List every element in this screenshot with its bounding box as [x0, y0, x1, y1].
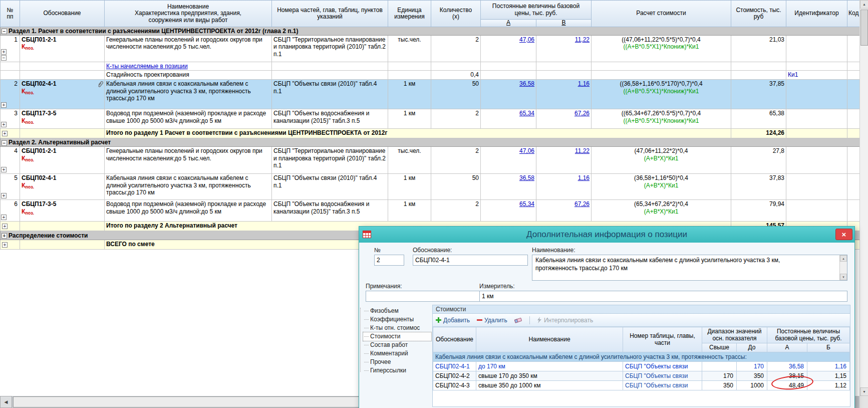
cell-qty[interactable]: 0,4	[431, 71, 481, 80]
cell-qty[interactable]: 2	[431, 36, 481, 62]
cell-over[interactable]: 170	[702, 371, 737, 381]
cell-basis[interactable]: СБЦП01-2-1Кпоз.	[20, 36, 105, 62]
cell-a[interactable]: 65,34	[481, 109, 536, 129]
dialog-title-bar[interactable]: Дополнительная информация о позиции ×	[359, 227, 854, 243]
cell-a[interactable]: 47,06	[481, 147, 536, 174]
vertical-scroll-thumb[interactable]	[860, 10, 868, 46]
name-field-scrollbar[interactable]: ▲▼	[839, 255, 847, 280]
cell-unit[interactable]: 1 км	[388, 200, 431, 222]
nav-item-cost-coeffs[interactable]: К-ты отн. стоимос	[363, 324, 431, 332]
cell-parts[interactable]: СБЦП "Объекты связи (2010)" табл.4 п.1	[272, 174, 388, 200]
unit-field[interactable]	[479, 291, 847, 302]
section-cell[interactable]: −Раздел 2. Альтернативный расчет	[1, 138, 860, 147]
nav-item-other[interactable]: Прочее	[363, 358, 431, 366]
cell-name[interactable]: Водовод при подземной (наземной) проклад…	[105, 200, 272, 222]
cell-parts[interactable]: СБЦП "Объекты связи (2010)" табл.4 п.1	[272, 80, 388, 109]
close-button[interactable]: ×	[835, 229, 852, 240]
vertical-scrollbar[interactable]: ▲ ▼	[859, 0, 868, 396]
cell-a[interactable]: 36,58	[767, 362, 807, 371]
coefficients-link[interactable]: К-ты начисляемые в позиции	[106, 63, 188, 70]
expand-icon[interactable]: +	[2, 131, 8, 136]
nav-item-work-composition[interactable]: Состав работ	[363, 341, 431, 349]
cell-b[interactable]: 11,22	[536, 36, 592, 62]
cell-unit[interactable]: 1 км	[388, 80, 431, 109]
total-value[interactable]: 124,26	[731, 129, 786, 138]
collapse-icon[interactable]: −	[2, 140, 7, 146]
cell-over[interactable]	[702, 362, 737, 371]
cell-unit[interactable]: 1 км	[388, 174, 431, 200]
expand-icon[interactable]: +	[1, 215, 7, 220]
cell-name[interactable]: свыше 170 до 350 км	[476, 371, 623, 381]
cell-table-num[interactable]: СБЦП "Объекты связи	[623, 362, 702, 371]
cell-calc[interactable]: (36,58+1,16*50)*0,4(А+В*X)*Ки1	[592, 174, 731, 200]
cell-b[interactable]: 1,16	[536, 80, 592, 109]
collapse-icon[interactable]: −	[2, 29, 7, 34]
expand-icon[interactable]: +	[1, 167, 7, 172]
cell-cost[interactable]: 65,38	[731, 109, 786, 129]
cell-name[interactable]: Кабельная линия связи с коаксиальным каб…	[105, 80, 272, 109]
cell-a[interactable]: 47,06	[481, 36, 536, 62]
cell-num[interactable]: +	[1, 240, 20, 250]
cell-basis[interactable]: СБЦП17-3-5Кпоз.	[20, 109, 105, 129]
cell-b[interactable]: 67,26	[536, 200, 592, 222]
cell-basis[interactable]: СБЦП02-4-2	[433, 371, 476, 381]
cell-num[interactable]: +2	[1, 80, 20, 109]
cell-identifier[interactable]	[786, 147, 847, 174]
cell-table-num[interactable]: СБЦП "Объекты связи	[623, 381, 702, 390]
cell-name[interactable]: свыше 350 до 1000 км	[476, 381, 623, 390]
cell-identifier[interactable]	[786, 109, 847, 129]
cell-calc[interactable]: (47,06+11,22*2)*0,4(А+В*X)*Ки1	[592, 147, 731, 174]
interpolate-button[interactable]: Интерполировать	[537, 317, 593, 324]
cell-cost[interactable]: 27,8	[731, 147, 786, 174]
cell-num[interactable]: +4	[1, 147, 20, 174]
cell-parts[interactable]: СБЦП "Объекты водоснабжения и канализаци…	[272, 200, 388, 222]
cell-num[interactable]: +	[1, 222, 20, 231]
cell-num[interactable]: +5	[1, 174, 20, 200]
scroll-left-icon[interactable]: ◀	[0, 396, 12, 408]
delete-button[interactable]: Удалить	[477, 317, 507, 324]
cell-b[interactable]: 1,15	[807, 371, 850, 381]
cell-num[interactable]: +−1	[1, 36, 20, 62]
cell-calc[interactable]: (65,34+67,26*2)*0,4(А+В*X)*Ки1	[592, 200, 731, 222]
cell-cost[interactable]: 37,83	[731, 174, 786, 200]
num-field[interactable]	[374, 255, 404, 266]
cell-to[interactable]: 170	[737, 362, 767, 371]
expand-icon[interactable]: +	[1, 122, 7, 127]
cell-calc[interactable]: ((65,34+67,26*0.5*5)*0,7)*0,4((А+В*0.5*X…	[592, 109, 731, 129]
cell-num[interactable]: +	[1, 129, 20, 138]
cell-cost[interactable]: 79,94	[731, 200, 786, 222]
cell-identifier[interactable]: Ки1	[786, 71, 847, 80]
cell-unit[interactable]: 1 км	[388, 109, 431, 129]
cell-calc[interactable]: ((36,58+1,16*0.5*170)*0,7)*0,4((А+В*0.5*…	[592, 80, 731, 109]
add-button[interactable]: Добавить	[436, 317, 470, 324]
cell-name[interactable]: Генеральные планы поселений и городских …	[105, 36, 272, 62]
cell-parts[interactable]: СБЦП "Объекты водоснабжения и канализаци…	[272, 109, 388, 129]
nav-item-coefficients[interactable]: Коэффициенты	[363, 315, 431, 324]
cell-basis[interactable]: СБЦП01-2-1Кпоз.	[20, 147, 105, 174]
horizontal-scroll-thumb[interactable]	[13, 396, 379, 407]
cell-b[interactable]: 1,16	[536, 174, 592, 200]
expand-icon[interactable]: +	[1, 102, 7, 108]
cell-unit[interactable]: тыс.чел.	[388, 36, 431, 62]
cell-a[interactable]: 36,58	[481, 174, 536, 200]
collapse-icon[interactable]: −	[1, 55, 7, 61]
total-label[interactable]: Итого по разделу 1 Расчет в соответствии…	[105, 129, 731, 138]
cell-num[interactable]: +3	[1, 109, 20, 129]
expand-icon[interactable]: +	[2, 242, 8, 248]
cell-identifier[interactable]	[786, 174, 847, 200]
cell-to[interactable]: 1000	[737, 381, 767, 390]
basis-field[interactable]	[413, 255, 528, 266]
cell-name[interactable]: Водовод при подземной (наземной) проклад…	[105, 109, 272, 129]
name-field[interactable]: Кабельная линия связи с коаксиальным каб…	[532, 255, 847, 281]
cell-qty[interactable]: 50	[431, 80, 481, 109]
cell-basis[interactable]: СБЦП02-4-1Кпоз.	[20, 174, 105, 200]
cell-basis[interactable]: СБЦП02-4-1	[433, 362, 476, 371]
scroll-up-icon[interactable]: ▲	[860, 0, 868, 9]
cell-a[interactable]: 65,34	[481, 200, 536, 222]
notes-field[interactable]	[366, 291, 480, 302]
expand-icon[interactable]: +	[2, 224, 8, 229]
expand-icon[interactable]: +	[1, 193, 7, 198]
nav-item-costs[interactable]: Стоимости	[363, 332, 431, 341]
scroll-down-icon[interactable]: ▼	[840, 274, 847, 280]
cell-table-num[interactable]: СБЦП "Объекты связи	[623, 371, 702, 381]
